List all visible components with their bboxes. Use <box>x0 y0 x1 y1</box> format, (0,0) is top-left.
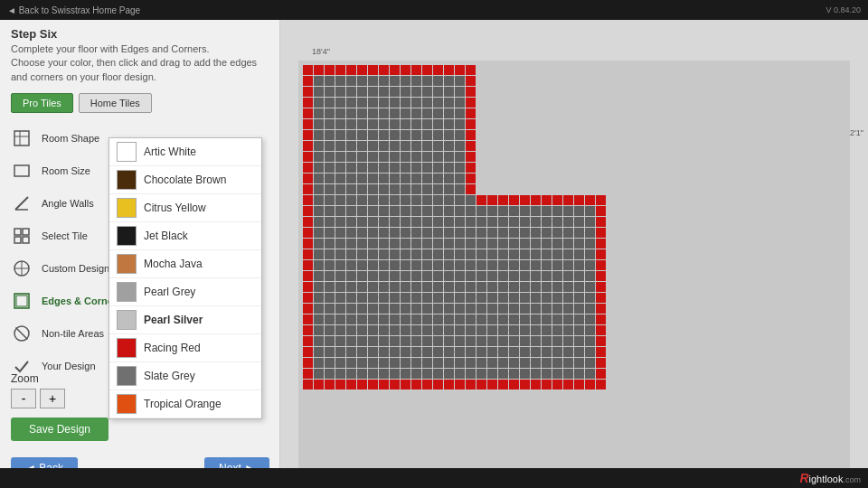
color-racing-red[interactable]: Racing Red <box>109 334 261 362</box>
label-chocolate-brown: Chocolate Brown <box>144 174 226 186</box>
swatch-citrus-yellow <box>117 198 137 218</box>
swatch-tropical-orange <box>117 394 137 414</box>
sidebar-label-custom-design: Custom Design <box>42 263 109 274</box>
svg-rect-6 <box>14 229 21 235</box>
home-tiles-tab[interactable]: Home Tiles <box>79 93 152 113</box>
tile-tab-bar: Pro Tiles Home Tiles <box>0 88 279 118</box>
label-pearl-silver: Pearl Silver <box>144 314 203 326</box>
sidebar-label-angle-walls: Angle Walls <box>42 198 94 209</box>
version-label: V 0.84.20 <box>826 5 861 14</box>
step-desc: Complete your floor with Edges and Corne… <box>11 42 269 84</box>
svg-rect-3 <box>14 165 29 176</box>
color-citrus-yellow[interactable]: Citrus Yellow <box>109 194 261 222</box>
floor-canvas[interactable] <box>298 61 850 474</box>
svg-line-4 <box>15 197 28 210</box>
swatch-pearl-grey <box>117 282 137 302</box>
label-jet-black: Jet Black <box>144 230 188 242</box>
label-slate-grey: Slate Grey <box>144 370 195 382</box>
svg-rect-7 <box>23 229 29 235</box>
zoom-plus-button[interactable]: + <box>40 389 65 408</box>
edges-corners-icon <box>11 290 33 312</box>
svg-rect-0 <box>14 131 29 145</box>
save-design-button[interactable]: Save Design <box>11 418 108 441</box>
non-tile-icon <box>11 323 33 344</box>
label-tropical-orange: Tropical Orange <box>144 398 222 410</box>
color-mocha-java[interactable]: Mocha Java <box>109 250 261 278</box>
zoom-minus-button[interactable]: - <box>11 389 36 408</box>
swatch-jet-black <box>117 226 137 246</box>
color-jet-black[interactable]: Jet Black <box>109 222 261 250</box>
select-tile-icon <box>11 225 33 247</box>
color-tropical-orange[interactable]: Tropical Orange <box>109 390 261 418</box>
label-artic-white: Artic White <box>144 145 196 158</box>
swatch-pearl-silver <box>117 310 137 330</box>
rightlook-logo: Rightlook.com <box>799 471 861 485</box>
ruler-top: 18'4" <box>312 47 330 56</box>
color-chocolate-brown[interactable]: Chocolate Brown <box>109 166 261 194</box>
left-panel: Step Six Complete your floor with Edges … <box>0 20 280 488</box>
color-dropdown: Artic White Chocolate Brown Citrus Yello… <box>108 137 262 419</box>
sidebar-label-select-tile: Select Tile <box>42 230 88 241</box>
room-size-icon <box>11 160 33 182</box>
color-slate-grey[interactable]: Slate Grey <box>109 362 261 390</box>
pro-tiles-tab[interactable]: Pro Tiles <box>11 93 73 113</box>
label-mocha-java: Mocha Java <box>144 258 203 270</box>
step-title: Step Six <box>11 27 269 41</box>
sidebar-label-room-shape: Room Shape <box>42 133 99 144</box>
sidebar-label-room-size: Room Size <box>42 165 90 176</box>
sidebar-label-non-tile: Non-tile Areas <box>42 328 104 339</box>
color-pearl-grey[interactable]: Pearl Grey <box>109 278 261 306</box>
step-header: Step Six Complete your floor with Edges … <box>0 20 279 88</box>
room-shape-icon <box>11 127 33 149</box>
swatch-slate-grey <box>117 366 137 386</box>
swatch-chocolate-brown <box>117 170 137 190</box>
svg-rect-14 <box>16 296 27 306</box>
label-pearl-grey: Pearl Grey <box>144 286 195 298</box>
color-artic-white[interactable]: Artic White <box>109 138 261 166</box>
swatch-mocha-java <box>117 254 137 274</box>
svg-rect-8 <box>14 237 21 243</box>
label-citrus-yellow: Citrus Yellow <box>144 202 206 214</box>
top-bar: ◄ Back to Swisstrax Home Page V 0.84.20 <box>0 0 868 20</box>
label-racing-red: Racing Red <box>144 342 201 354</box>
swatch-artic-white <box>117 142 137 162</box>
custom-design-icon <box>11 258 33 279</box>
svg-line-16 <box>16 328 28 340</box>
svg-rect-9 <box>23 237 29 243</box>
bottom-bar: Rightlook.com <box>0 468 868 488</box>
angle-walls-icon <box>11 192 33 214</box>
swatch-racing-red <box>117 338 137 358</box>
back-home-link[interactable]: ◄ Back to Swisstrax Home Page <box>7 5 140 15</box>
ruler-right: 2'1" <box>850 128 863 137</box>
main-canvas: 18'4" 2'1" 8'1" 8'9" <box>280 20 868 488</box>
color-pearl-silver[interactable]: Pearl Silver <box>109 306 261 334</box>
